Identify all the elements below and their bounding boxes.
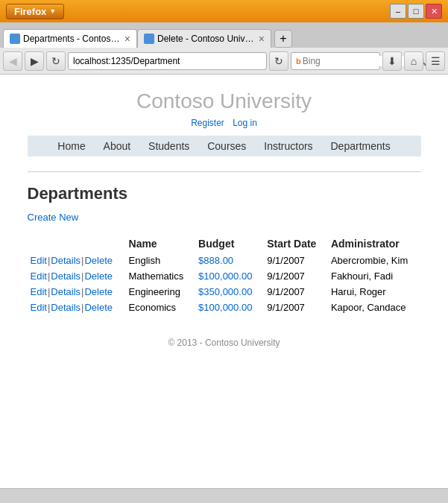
tab-delete[interactable]: Delete - Contoso University × xyxy=(137,29,271,48)
dept-budget: $100,000.00 xyxy=(195,300,264,315)
site-title: Contoso University xyxy=(28,89,421,113)
dept-start-date: 9/1/2007 xyxy=(264,284,328,300)
tab-delete-close[interactable]: × xyxy=(259,33,265,45)
create-new-link[interactable]: Create New xyxy=(28,212,79,223)
action-links: Edit|Details|Delete xyxy=(28,253,126,268)
bing-logo: b xyxy=(296,57,301,66)
address-bar[interactable] xyxy=(68,52,267,70)
tab-bar: Departments - Contoso University × Delet… xyxy=(0,22,448,48)
back-button[interactable]: ◀ xyxy=(3,51,22,71)
browser-window: Firefox ▼ – □ ✕ Departments - Contoso Un… xyxy=(0,0,448,503)
window-controls: – □ ✕ xyxy=(390,4,442,19)
title-bar: Firefox ▼ – □ ✕ xyxy=(0,0,448,22)
details-link-1[interactable]: Details xyxy=(51,271,81,282)
action-links: Edit|Details|Delete xyxy=(28,300,126,315)
status-bar xyxy=(0,488,448,503)
firefox-label: Firefox xyxy=(14,6,46,17)
bookmarks-button[interactable]: ☰ xyxy=(426,51,445,71)
edit-link-2[interactable]: Edit xyxy=(31,286,47,297)
page-heading: Departments xyxy=(28,184,421,203)
dept-administrator: Fakhouri, Fadi xyxy=(328,268,421,284)
create-new-container: Create New xyxy=(28,211,421,223)
delete-link-0[interactable]: Delete xyxy=(84,255,113,266)
delete-link-3[interactable]: Delete xyxy=(84,302,113,313)
page-divider xyxy=(28,171,421,172)
search-bar-container: b 🔍 xyxy=(291,52,380,70)
dept-start-date: 9/1/2007 xyxy=(264,300,328,315)
page-content: Contoso University Register Log in Home … xyxy=(0,75,448,488)
table-header-row: Name Budget Start Date Administrator xyxy=(28,235,421,253)
action-links: Edit|Details|Delete xyxy=(28,284,126,300)
edit-link-3[interactable]: Edit xyxy=(31,302,47,313)
nav-home[interactable]: Home xyxy=(57,140,85,152)
col-actions xyxy=(28,235,126,253)
auth-links: Register Log in xyxy=(28,118,421,128)
col-budget: Budget xyxy=(195,235,264,253)
refresh-go-button[interactable]: ↻ xyxy=(269,51,288,71)
site-nav: Home About Students Courses Instructors … xyxy=(28,136,421,156)
table-row: Edit|Details|DeleteEconomics$100,000.009… xyxy=(28,300,421,315)
edit-link-1[interactable]: Edit xyxy=(31,271,47,282)
dept-budget: $100,000.00 xyxy=(195,268,264,284)
delete-link-2[interactable]: Delete xyxy=(84,286,113,297)
nav-bar: ◀ ▶ ↻ ↻ b 🔍 ⬇ ⌂ ☰ xyxy=(0,48,448,75)
tab-departments[interactable]: Departments - Contoso University × xyxy=(3,29,137,48)
login-link[interactable]: Log in xyxy=(233,118,257,128)
new-tab-button[interactable]: + xyxy=(274,30,292,48)
dept-budget: $888.00 xyxy=(195,253,264,268)
nav-students[interactable]: Students xyxy=(148,140,189,152)
action-links: Edit|Details|Delete xyxy=(28,268,126,284)
dept-administrator: Kapoor, Candace xyxy=(328,300,421,315)
table-row: Edit|Details|DeleteEnglish$888.009/1/200… xyxy=(28,253,421,268)
details-link-3[interactable]: Details xyxy=(51,302,81,313)
details-link-2[interactable]: Details xyxy=(51,286,81,297)
tab-delete-favicon xyxy=(144,34,154,44)
minimize-button[interactable]: – xyxy=(390,4,406,19)
reload-button[interactable]: ↻ xyxy=(46,51,66,71)
dropdown-arrow-icon: ▼ xyxy=(49,7,56,15)
col-admin: Administrator xyxy=(328,235,421,253)
tab-departments-close[interactable]: × xyxy=(124,33,130,45)
dept-administrator: Harui, Roger xyxy=(328,284,421,300)
dept-budget: $350,000.00 xyxy=(195,284,264,300)
tab-delete-label: Delete - Contoso University xyxy=(157,34,256,44)
table-row: Edit|Details|DeleteMathematics$100,000.0… xyxy=(28,268,421,284)
dept-start-date: 9/1/2007 xyxy=(264,268,328,284)
dept-start-date: 9/1/2007 xyxy=(264,253,328,268)
download-button[interactable]: ⬇ xyxy=(382,51,402,71)
tab-favicon xyxy=(10,34,20,44)
footer: © 2013 - Contoso University xyxy=(28,338,421,355)
dept-name: Engineering xyxy=(126,284,196,300)
col-name: Name xyxy=(126,235,196,253)
dept-name: English xyxy=(126,253,196,268)
dept-name: Mathematics xyxy=(126,268,196,284)
home-button[interactable]: ⌂ xyxy=(404,51,423,71)
nav-instructors[interactable]: Instructors xyxy=(264,140,312,152)
forward-button[interactable]: ▶ xyxy=(25,51,44,71)
tab-departments-label: Departments - Contoso University xyxy=(23,34,122,44)
firefox-menu-button[interactable]: Firefox ▼ xyxy=(6,4,64,19)
maximize-button[interactable]: □ xyxy=(408,4,424,19)
nav-about[interactable]: About xyxy=(104,140,131,152)
dept-administrator: Abercrombie, Kim xyxy=(328,253,421,268)
delete-link-1[interactable]: Delete xyxy=(84,271,113,282)
nav-courses[interactable]: Courses xyxy=(207,140,246,152)
col-start-date: Start Date xyxy=(264,235,328,253)
nav-departments[interactable]: Departments xyxy=(331,140,391,152)
dept-name: Economics xyxy=(126,300,196,315)
edit-link-0[interactable]: Edit xyxy=(31,255,47,266)
register-link[interactable]: Register xyxy=(191,118,224,128)
page-inner: Contoso University Register Log in Home … xyxy=(16,75,433,370)
close-button[interactable]: ✕ xyxy=(426,4,442,19)
table-row: Edit|Details|DeleteEngineering$350,000.0… xyxy=(28,284,421,300)
details-link-0[interactable]: Details xyxy=(51,255,81,266)
departments-table: Name Budget Start Date Administrator Edi… xyxy=(28,235,421,315)
